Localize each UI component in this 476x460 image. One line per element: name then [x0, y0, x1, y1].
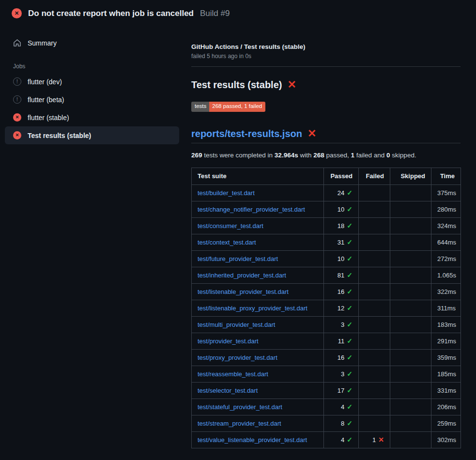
table-row: test/selector_test.dart17✓331ms	[192, 382, 461, 399]
check-icon: ✓	[347, 238, 353, 246]
cell-failed	[359, 382, 390, 399]
test-suite-link[interactable]: test/future_provider_test.dart	[198, 255, 278, 262]
test-suite-link[interactable]: test/listenable_proxy_provider_test.dart	[198, 305, 307, 312]
summary-segment: skipped.	[390, 152, 416, 159]
cell-skipped	[390, 431, 431, 448]
build-number: Build #9	[200, 9, 230, 18]
job-breadcrumb: GitHub Actions / Test results (stable)	[191, 43, 461, 50]
count-value: 4	[341, 403, 344, 411]
test-suite-link[interactable]: test/proxy_provider_test.dart	[198, 354, 277, 361]
cell-skipped	[390, 283, 431, 300]
table-row: test/stateful_provider_test.dart4✓206ms	[192, 399, 461, 415]
cell-skipped	[390, 399, 431, 415]
sidebar-item-flutter-dev[interactable]: ! flutter (dev)	[5, 73, 179, 91]
count-value: 81	[338, 272, 344, 279]
job-failed-icon: ✕	[13, 113, 21, 122]
tests-badge: tests 268 passed, 1 failed	[191, 102, 265, 112]
count-value: 4	[341, 436, 344, 444]
cell-test-suite: test/listenable_provider_test.dart	[192, 283, 324, 300]
section-title: Test results (stable)	[191, 77, 282, 92]
sidebar-item-label: flutter (beta)	[28, 96, 64, 104]
build-title: Do not create report when job is cancell…	[28, 9, 194, 18]
cell-test-suite: test/multi_provider_test.dart	[192, 316, 324, 333]
cell-passed: 3✓	[324, 316, 359, 333]
cell-failed	[359, 399, 390, 415]
test-suite-link[interactable]: test/value_listenable_provider_test.dart	[198, 436, 307, 444]
cell-passed: 16✓	[324, 349, 359, 366]
cell-failed	[359, 267, 390, 283]
sidebar-item-label: Test results (stable)	[28, 132, 91, 139]
count-value: 12	[338, 305, 344, 312]
test-suite-link[interactable]: test/provider_test.dart	[198, 337, 259, 345]
count-value: 10	[338, 255, 344, 262]
count-value: 3	[341, 370, 344, 378]
report-file-link[interactable]: reports/test-results.json	[191, 126, 302, 141]
sidebar-item-label: flutter (stable)	[28, 114, 69, 122]
column-header-passed: Passed	[324, 168, 359, 184]
cell-test-suite: test/reassemble_test.dart	[192, 366, 324, 382]
check-icon: ✓	[347, 321, 353, 328]
cell-passed: 11✓	[324, 333, 359, 349]
test-suite-link[interactable]: test/inherited_provider_test.dart	[198, 272, 286, 279]
test-suite-link[interactable]: test/change_notifier_provider_test.dart	[198, 206, 305, 213]
cell-failed	[359, 366, 390, 382]
cell-test-suite: test/context_test.dart	[192, 234, 324, 250]
test-suite-link[interactable]: test/selector_test.dart	[198, 387, 258, 394]
table-row: test/provider_test.dart11✓291ms	[192, 333, 461, 349]
cell-time: 375ms	[431, 184, 461, 201]
job-neutral-icon: !	[13, 95, 21, 104]
test-suite-link[interactable]: test/listenable_provider_test.dart	[198, 288, 289, 295]
cell-time: 259ms	[431, 415, 461, 431]
test-suite-link[interactable]: test/stateful_provider_test.dart	[198, 403, 282, 411]
sidebar-item-flutter-stable[interactable]: ✕ flutter (stable)	[5, 108, 179, 126]
check-icon: ✓	[347, 205, 353, 213]
cell-failed: 1✕	[359, 431, 390, 448]
cell-test-suite: test/stateful_provider_test.dart	[192, 399, 324, 415]
build-failed-icon: ✕	[12, 8, 22, 18]
cell-failed	[359, 316, 390, 333]
summary-segment: passed,	[324, 152, 351, 159]
cell-passed: 24✓	[324, 184, 359, 201]
count-value: 16	[338, 288, 344, 295]
main-content: GitHub Actions / Test results (stable) f…	[184, 25, 476, 448]
check-icon: ✓	[347, 189, 353, 197]
cell-skipped	[390, 300, 431, 316]
sidebar-item-flutter-beta[interactable]: ! flutter (beta)	[5, 91, 179, 108]
test-suite-link[interactable]: test/context_test.dart	[198, 239, 256, 246]
test-suite-link[interactable]: test/multi_provider_test.dart	[198, 321, 275, 328]
cell-test-suite: test/listenable_proxy_provider_test.dart	[192, 300, 324, 316]
cell-time: 272ms	[431, 250, 461, 267]
cell-passed: 8✓	[324, 415, 359, 431]
column-header-test-suite: Test suite	[192, 168, 324, 184]
count-value: 17	[338, 387, 344, 394]
sidebar-item-summary[interactable]: Summary	[5, 34, 179, 52]
test-suite-link[interactable]: test/builder_test.dart	[198, 189, 255, 197]
cell-test-suite: test/selector_test.dart	[192, 382, 324, 399]
check-icon: ✓	[347, 255, 353, 262]
test-suite-link[interactable]: test/reassemble_test.dart	[198, 370, 268, 378]
cell-test-suite: test/builder_test.dart	[192, 184, 324, 201]
cell-test-suite: test/change_notifier_provider_test.dart	[192, 201, 324, 217]
cell-skipped	[390, 316, 431, 333]
cell-skipped	[390, 366, 431, 382]
check-icon: ✓	[347, 353, 353, 361]
cell-skipped	[390, 349, 431, 366]
badge-value: 268 passed, 1 failed	[209, 102, 265, 112]
jobs-section-label: Jobs	[13, 63, 184, 70]
cell-passed: 4✓	[324, 399, 359, 415]
sidebar-item-label: flutter (dev)	[28, 78, 62, 86]
cell-test-suite: test/provider_test.dart	[192, 333, 324, 349]
count-value: 11	[338, 337, 345, 345]
report-heading: reports/test-results.json ✕	[191, 126, 461, 143]
test-suite-link[interactable]: test/stream_provider_test.dart	[198, 420, 281, 427]
results-table-body: test/builder_test.dart24✓375mstest/chang…	[192, 184, 461, 448]
failed-cross-icon: ✕	[287, 79, 296, 90]
table-row: test/change_notifier_provider_test.dart1…	[192, 201, 461, 217]
check-icon: ✓	[347, 419, 353, 427]
test-suite-link[interactable]: test/consumer_test.dart	[198, 222, 263, 230]
cell-passed: 12✓	[324, 300, 359, 316]
cell-time: 324ms	[431, 217, 461, 234]
count-value: 18	[338, 222, 344, 230]
table-row: test/value_listenable_provider_test.dart…	[192, 431, 461, 448]
sidebar-item-test-results-stable[interactable]: ✕ Test results (stable)	[5, 126, 179, 144]
